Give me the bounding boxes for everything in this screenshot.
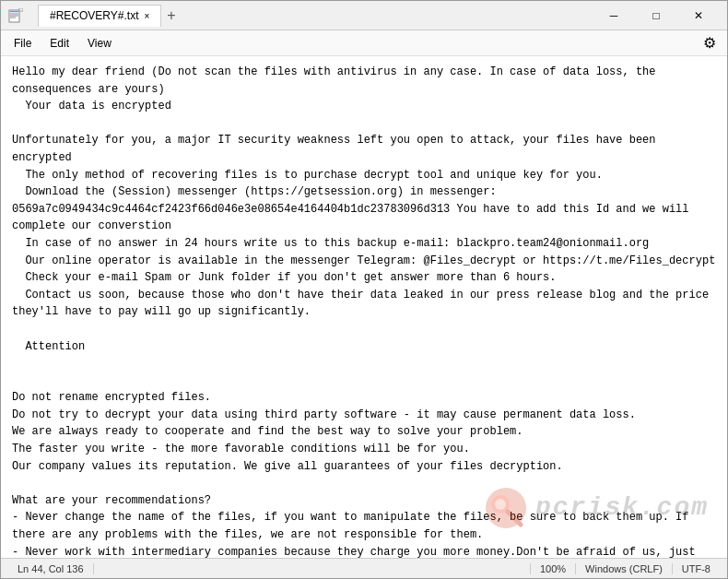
menu-edit[interactable]: Edit <box>41 33 78 53</box>
maximize-button[interactable]: □ <box>635 1 677 30</box>
new-tab-button[interactable]: + <box>161 7 181 24</box>
minimize-button[interactable]: ─ <box>593 1 635 30</box>
svg-rect-2 <box>10 13 18 14</box>
tab-close-button[interactable]: × <box>144 11 149 21</box>
window-controls: ─ □ ✕ <box>593 1 720 30</box>
menu-bar: File Edit View ⚙ <box>1 30 727 56</box>
svg-rect-3 <box>10 15 18 16</box>
status-right-items: 100% Windows (CRLF) UTF-8 <box>530 563 720 574</box>
tab-title: #RECOVERY#.txt <box>50 9 138 22</box>
text-editor-content[interactable]: Hello my dear friend (Do not scan the fi… <box>1 56 727 558</box>
tab-area: #RECOVERY#.txt × + <box>38 5 182 27</box>
active-tab[interactable]: #RECOVERY#.txt × <box>38 5 161 27</box>
app-icon <box>8 8 23 23</box>
menu-view[interactable]: View <box>78 33 121 53</box>
svg-rect-1 <box>10 11 18 12</box>
status-bar: Ln 44, Col 136 100% Windows (CRLF) UTF-8 <box>1 558 727 578</box>
settings-icon[interactable]: ⚙ <box>696 30 723 55</box>
zoom-level[interactable]: 100% <box>530 563 575 574</box>
notepad-window: #RECOVERY#.txt × + ─ □ ✕ File Edit View … <box>0 0 728 579</box>
title-bar: #RECOVERY#.txt × + ─ □ ✕ <box>1 1 727 30</box>
close-button[interactable]: ✕ <box>677 1 720 30</box>
svg-rect-4 <box>10 17 16 18</box>
svg-rect-5 <box>19 8 23 11</box>
encoding[interactable]: UTF-8 <box>672 563 720 574</box>
cursor-position: Ln 44, Col 136 <box>8 563 94 574</box>
menu-file[interactable]: File <box>5 33 41 53</box>
file-text: Hello my dear friend (Do not scan the fi… <box>12 64 716 558</box>
line-ending[interactable]: Windows (CRLF) <box>575 563 672 574</box>
